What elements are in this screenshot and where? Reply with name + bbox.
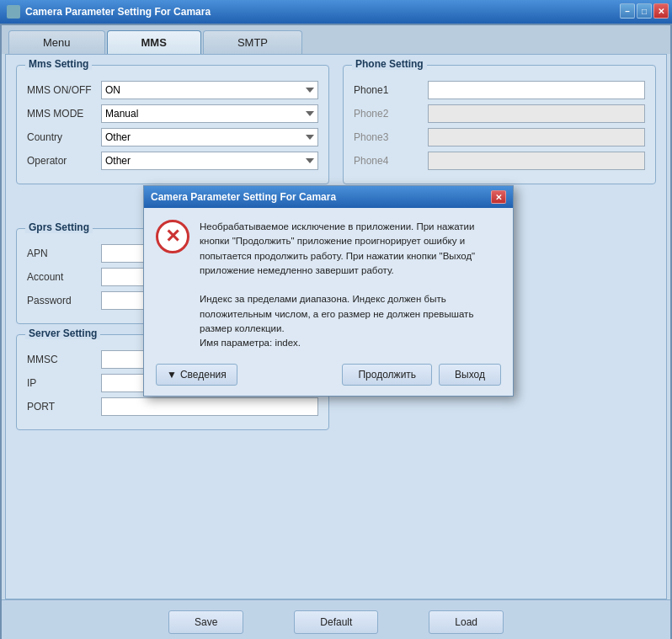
dialog-title-text: Camera Parameter Setting For Camara (151, 191, 336, 203)
dialog-title-bar: Camera Parameter Setting For Camara ✕ (144, 186, 513, 208)
dialog-content: ✕ Необрабатываемое исключение в приложен… (144, 208, 513, 357)
details-button[interactable]: ▼ Сведения (156, 364, 237, 386)
error-dialog: Camera Parameter Setting For Camara ✕ ✕ … (143, 185, 514, 397)
dialog-message: Необрабатываемое исключение в приложении… (200, 220, 501, 350)
exit-button[interactable]: Выход (439, 364, 501, 386)
continue-button[interactable]: Продолжить (342, 364, 432, 386)
error-icon: ✕ (156, 220, 189, 253)
dialog-button-bar: ▼ Сведения Продолжить Выход (144, 357, 513, 396)
dialog-overlay: Camera Parameter Setting For Camara ✕ ✕ … (0, 0, 672, 639)
chevron-down-icon: ▼ (167, 369, 177, 381)
dialog-close-button[interactable]: ✕ (491, 190, 506, 204)
details-button-label: Сведения (180, 369, 227, 381)
